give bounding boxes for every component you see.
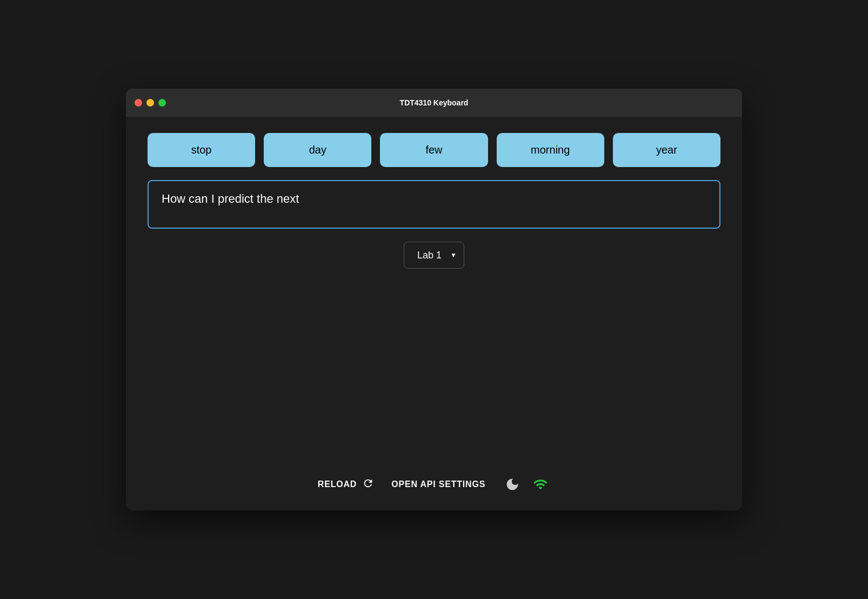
lab-selector-row: Lab 1 Lab 2 Lab 3 — [148, 242, 720, 269]
suggestion-button-3[interactable]: few — [380, 133, 488, 167]
suggestion-button-1[interactable]: stop — [148, 133, 255, 167]
maximize-button[interactable] — [158, 99, 166, 107]
lab-selector[interactable]: Lab 1 Lab 2 Lab 3 — [404, 242, 464, 269]
main-content: stop day few morning year Lab 1 Lab 2 La… — [126, 117, 742, 464]
lab-select-wrapper: Lab 1 Lab 2 Lab 3 — [404, 242, 464, 269]
signal-icon — [533, 477, 548, 492]
window-title: TDT4310 Keyboard — [400, 98, 469, 107]
titlebar: TDT4310 Keyboard — [126, 89, 742, 117]
suggestion-button-5[interactable]: year — [613, 133, 720, 167]
close-button[interactable] — [135, 99, 142, 107]
bottom-bar: RELOAD OPEN API SETTINGS — [126, 464, 742, 510]
reload-icon — [362, 477, 374, 492]
reload-button[interactable]: RELOAD — [318, 477, 374, 492]
theme-icon — [505, 477, 520, 492]
spacer — [148, 282, 720, 448]
minimize-button[interactable] — [146, 99, 154, 107]
suggestion-button-2[interactable]: day — [264, 133, 371, 167]
suggestion-button-4[interactable]: morning — [497, 133, 604, 167]
theme-toggle-button[interactable] — [503, 475, 522, 494]
window-controls — [135, 99, 166, 107]
text-input[interactable] — [148, 180, 720, 229]
reload-label: RELOAD — [318, 480, 357, 489]
open-api-settings-button[interactable]: OPEN API SETTINGS — [391, 480, 485, 489]
suggestions-row: stop day few morning year — [148, 133, 720, 167]
bottom-icons — [503, 475, 550, 494]
app-window: TDT4310 Keyboard stop day few morning ye… — [126, 89, 742, 510]
signal-button[interactable] — [531, 475, 550, 494]
